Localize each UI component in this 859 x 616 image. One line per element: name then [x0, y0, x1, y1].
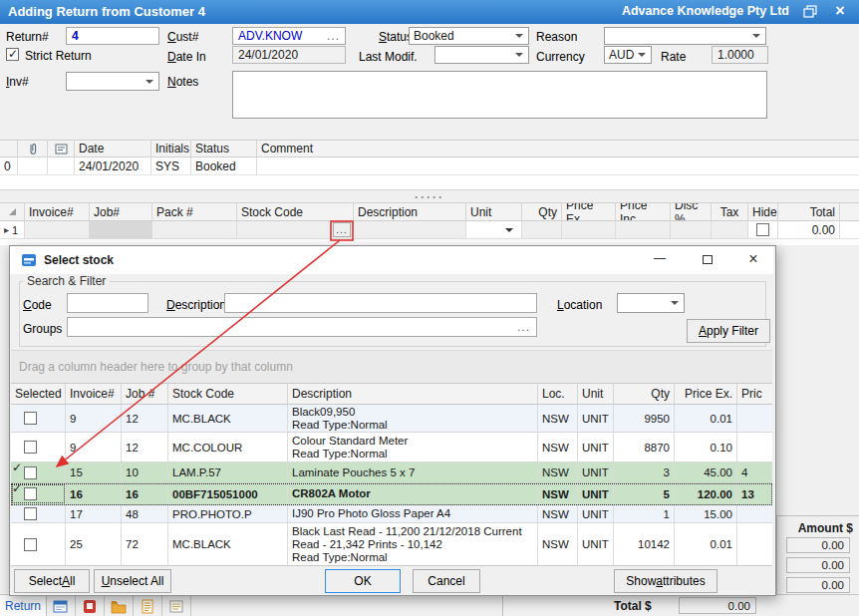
stock-unit-header[interactable]: Unit — [578, 384, 614, 404]
invoice-number-select[interactable] — [66, 72, 159, 91]
line-disc-cell[interactable] — [671, 221, 712, 238]
description-input[interactable] — [224, 293, 537, 313]
stock-job-header[interactable]: Job # — [122, 384, 168, 404]
hide-checkbox[interactable] — [756, 223, 769, 236]
dialog-minimize-button[interactable]: — — [641, 246, 679, 274]
history-comment-header[interactable]: Comment — [257, 141, 859, 156]
customer-number-value: ADV.KNOW — [238, 29, 302, 43]
stock-table-row[interactable]: 9 12 MC.COLOUR Colour Standard MeterRead… — [11, 433, 772, 462]
lines-unit-header[interactable]: Unit — [466, 203, 522, 220]
tab-documents[interactable] — [105, 595, 134, 616]
line-qty-cell[interactable] — [522, 221, 562, 238]
grid-splitter[interactable] — [0, 189, 859, 203]
lines-price-ex-header[interactable]: Price Ex. — [562, 203, 616, 220]
stock-price-inc-header-clipped[interactable]: Pric — [737, 384, 772, 404]
ok-button[interactable]: OK — [325, 569, 401, 593]
groups-lookup-ellipsis-icon[interactable]: ... — [517, 320, 530, 334]
lines-qty-header[interactable]: Qty — [522, 203, 562, 220]
lines-description-header[interactable]: Description — [354, 203, 466, 220]
row-select-checkbox[interactable] — [24, 538, 37, 551]
line-pack-cell[interactable] — [152, 221, 237, 238]
lines-tax-header[interactable]: Tax — [712, 203, 748, 220]
show-attributes-button[interactable]: Show attributes — [614, 569, 717, 593]
line-unit-cell[interactable] — [466, 221, 522, 238]
history-date-header[interactable]: Date — [75, 141, 151, 156]
line-price-ex-cell[interactable] — [562, 221, 616, 238]
line-description-cell[interactable] — [354, 221, 466, 238]
close-window-button[interactable]: × — [831, 2, 849, 20]
tab-notes-doc[interactable] — [134, 595, 162, 616]
lines-table-row[interactable]: 1 ... 0.00 — [0, 221, 859, 239]
line-invoice-cell[interactable] — [25, 221, 90, 238]
stock-loc-header[interactable]: Loc. — [538, 384, 578, 404]
line-hide-cell[interactable] — [748, 221, 778, 238]
dialog-close-button[interactable]: × — [733, 246, 773, 274]
unit-dropdown-icon[interactable] — [505, 228, 513, 232]
customer-number-field[interactable]: ADV.KNOW ... — [232, 27, 346, 45]
stock-table-row[interactable]: 9 12 MC.BLACK Black09,950Read Type:Norma… — [11, 405, 772, 433]
line-tax-cell[interactable] — [712, 221, 748, 238]
restore-window-button[interactable] — [803, 5, 819, 19]
apply-filter-button[interactable]: Apply Filter — [687, 319, 770, 343]
stock-table-row-selected[interactable]: 15 10 LAM.P.57 Laminate Pouches 5 x 7 NS… — [11, 462, 772, 483]
notes-textarea[interactable] — [232, 71, 767, 119]
lines-stock-header[interactable]: Stock Code — [237, 203, 354, 220]
status-select[interactable]: Booked — [409, 27, 529, 45]
lines-price-inc-header[interactable]: Price Inc. — [616, 203, 671, 220]
row-select-checkbox[interactable] — [24, 466, 37, 479]
stock-qty-header[interactable]: Qty — [614, 384, 675, 404]
date-in-field[interactable]: 24/01/2020 — [232, 46, 346, 64]
rate-field[interactable]: 1.0000 — [712, 46, 768, 64]
lines-job-header[interactable]: Job# — [90, 203, 152, 220]
lines-invoice-header[interactable]: Invoice# — [25, 203, 90, 220]
tab-office-export[interactable] — [76, 595, 105, 616]
row-select-checkbox[interactable] — [24, 412, 37, 425]
stock-description-header[interactable]: Description — [288, 384, 538, 404]
line-price-inc-cell[interactable] — [616, 221, 671, 238]
location-select[interactable] — [617, 293, 685, 313]
lines-hide-header[interactable]: Hide — [748, 203, 778, 220]
description-label: Description — [166, 298, 226, 312]
code-input[interactable] — [67, 293, 148, 313]
line-job-cell[interactable] — [90, 221, 152, 238]
stock-code-header[interactable]: Stock Code — [168, 384, 288, 404]
stock-invoice-cell: 9 — [66, 433, 122, 462]
chevron-down-icon — [671, 301, 679, 305]
row-select-checkbox[interactable] — [24, 441, 37, 454]
select-all-button[interactable]: Select All — [14, 569, 90, 593]
row-select-checkbox[interactable] — [24, 487, 37, 500]
customer-lookup-ellipsis-icon[interactable]: ... — [327, 29, 340, 43]
attachment-column-header[interactable] — [18, 141, 48, 156]
history-status-header[interactable]: Status — [191, 141, 257, 156]
stock-invoice-header[interactable]: Invoice# — [66, 384, 122, 404]
stock-job-cell: 12 — [122, 433, 168, 462]
strict-return-checkbox[interactable] — [6, 48, 19, 61]
unselect-all-button[interactable]: Unselect All — [94, 569, 171, 593]
lines-pack-header[interactable]: Pack # — [152, 203, 237, 220]
stock-lookup-ellipsis-button[interactable]: ... — [333, 222, 351, 237]
groups-input[interactable]: ... — [67, 317, 537, 337]
lines-disc-header[interactable]: Disc % — [671, 203, 712, 220]
reason-select[interactable] — [604, 27, 766, 45]
tab-return[interactable]: Return — [0, 595, 47, 616]
stock-price-ex-header[interactable]: Price Ex. — [675, 384, 737, 404]
row-select-checkbox[interactable] — [24, 507, 37, 520]
line-stock-cell[interactable]: ... — [237, 221, 354, 238]
last-modif-select[interactable] — [434, 46, 529, 64]
tab-report-preview[interactable] — [47, 595, 76, 616]
group-by-panel[interactable]: Drag a column header here to group by th… — [11, 350, 772, 383]
stock-table-row-focused[interactable]: 16 16 00BF715051000 CR802A Motor NSW UNI… — [11, 483, 772, 505]
history-table-row[interactable]: 0 24/01/2020 SYS Booked — [0, 157, 859, 175]
stock-selected-header[interactable]: Selected — [11, 384, 66, 404]
currency-select[interactable]: AUD — [604, 46, 652, 64]
lines-total-header[interactable]: Total — [778, 203, 840, 220]
stock-table-row[interactable]: 17 48 PRO.PHOTO.P IJ90 Pro Photo Gloss P… — [11, 505, 772, 523]
note-column-header[interactable] — [48, 141, 75, 156]
dialog-maximize-button[interactable] — [689, 246, 726, 274]
stock-table-row[interactable]: 25 72 MC.BLACK Black Last Read - 11,200 … — [11, 523, 772, 566]
cancel-button[interactable]: Cancel — [413, 569, 480, 593]
history-initials-header[interactable]: Initials — [151, 141, 191, 156]
return-number-field[interactable]: 4 — [66, 27, 159, 45]
expand-all-header[interactable] — [0, 203, 25, 220]
tab-attributes-form[interactable] — [162, 595, 191, 616]
